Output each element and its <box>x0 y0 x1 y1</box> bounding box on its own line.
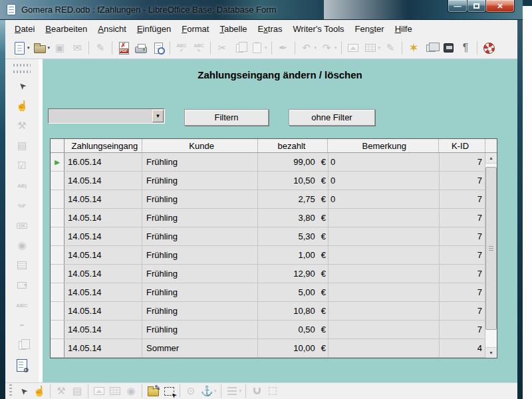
scrollbar-thumb[interactable] <box>485 167 497 330</box>
option-button-icon[interactable]: ◉ <box>14 237 30 253</box>
cell-kid[interactable]: 7 <box>440 302 486 320</box>
cell-kunde[interactable]: Frühling <box>142 302 258 320</box>
clone-formatting-icon[interactable]: ✒ <box>275 40 291 56</box>
menu-ansicht[interactable]: Ansicht <box>92 22 132 36</box>
titlebar[interactable]: Gomera RED.odb : fZahlungen - LibreOffic… <box>0 0 523 20</box>
cell-bemerkung[interactable] <box>329 302 440 320</box>
cell-kunde[interactable]: Frühling <box>142 246 258 264</box>
cell-zahlungseingang[interactable]: 14.05.14 <box>65 265 142 283</box>
control-focus-icon[interactable]: ⊙ <box>184 384 198 398</box>
cell-bezahlt[interactable]: 5,00€ <box>258 283 329 301</box>
image-icon[interactable] <box>345 40 361 56</box>
menu-writer-s-tools[interactable]: Writer's Tools <box>287 22 349 36</box>
row-selector[interactable] <box>51 209 65 227</box>
toolbar-grip[interactable] <box>13 70 31 73</box>
table-row[interactable]: 14.05.14Frühling3,80€7 <box>51 209 497 227</box>
row-selector[interactable] <box>51 227 65 245</box>
cell-bemerkung[interactable] <box>329 265 440 283</box>
cell-zahlungseingang[interactable]: 14.05.14 <box>65 227 142 245</box>
cell-bemerkung[interactable] <box>329 209 440 227</box>
redo-icon-dropdown[interactable]: ▾ <box>334 45 337 51</box>
cell-kunde[interactable]: Frühling <box>142 321 258 338</box>
draw-functions-icon[interactable]: ✎ <box>382 40 398 56</box>
design-mode-toggle-icon[interactable] <box>162 384 176 398</box>
display-grid-icon[interactable] <box>265 384 280 398</box>
activation-order-icon[interactable]: ◉ <box>124 384 138 398</box>
align-icon-dropdown[interactable]: ▾ <box>239 388 242 394</box>
undo-icon[interactable]: ↶ <box>299 40 315 56</box>
cell-bezahlt[interactable]: 10,00€ <box>258 339 329 357</box>
cell-kid[interactable]: 7 <box>440 246 486 264</box>
formatted-field-icon[interactable]: %F <box>14 198 30 213</box>
cell-bemerkung[interactable]: 0 <box>329 153 440 171</box>
table-row[interactable]: 14.05.14Frühling2,75€07 <box>51 190 497 209</box>
spelling-icon[interactable]: ABC✓ <box>174 40 190 56</box>
form-design-doc-icon[interactable] <box>14 337 30 353</box>
table-row[interactable]: 14.05.14Frühling10,50€07 <box>51 172 497 190</box>
row-selector[interactable] <box>51 339 65 357</box>
print-icon[interactable] <box>133 40 149 56</box>
table-row[interactable]: 14.05.14Frühling0,50€7 <box>51 321 497 339</box>
cell-kunde[interactable]: Frühling <box>142 265 258 283</box>
save-icon[interactable]: ▣ <box>52 40 68 56</box>
column-header-kunde[interactable]: Kunde <box>142 139 258 152</box>
filter-combobox[interactable]: ▼ <box>48 108 165 124</box>
table-row[interactable]: 14.05.14Sommer10,00€4 <box>51 339 497 358</box>
cell-zahlungseingang[interactable]: 14.05.14 <box>65 339 142 357</box>
row-selector[interactable] <box>51 265 65 283</box>
cut-icon[interactable]: ✂ <box>214 40 230 56</box>
snap-to-grid-icon[interactable] <box>249 384 264 398</box>
select-icon[interactable]: ➤ <box>14 78 30 94</box>
toolbar-grip[interactable] <box>13 64 31 66</box>
chevron-down-icon[interactable]: ▼ <box>152 110 164 122</box>
cell-kunde[interactable]: Frühling <box>142 153 258 171</box>
cell-zahlungseingang[interactable]: 14.05.14 <box>65 172 142 190</box>
cell-bezahlt[interactable]: 2,75€ <box>258 190 329 208</box>
menu-format[interactable]: Format <box>176 22 214 36</box>
table-row[interactable]: 14.05.14Frühling5,00€7 <box>51 283 497 302</box>
cell-kunde[interactable]: Sommer <box>142 339 258 357</box>
help-icon[interactable] <box>481 40 497 56</box>
cell-zahlungseingang[interactable]: 14.05.14 <box>65 190 142 208</box>
cell-bemerkung[interactable] <box>329 227 440 245</box>
edit-file-icon[interactable]: ✎ <box>92 40 108 56</box>
cell-kid[interactable]: 7 <box>440 283 486 301</box>
cell-kid[interactable]: 7 <box>440 265 486 283</box>
cell-kunde[interactable]: Frühling <box>142 283 258 301</box>
column-header-bemerkung[interactable]: Bemerkung <box>328 139 439 152</box>
new-document-icon-dropdown[interactable]: ▾ <box>27 45 30 51</box>
cell-kunde[interactable]: Frühling <box>142 190 258 208</box>
cell-bemerkung[interactable]: 0 <box>329 172 440 190</box>
row-selector[interactable]: ▶ <box>51 153 65 171</box>
new-document-icon[interactable] <box>11 40 27 56</box>
cell-bezahlt[interactable]: 5,30€ <box>258 227 329 245</box>
row-selector[interactable] <box>51 190 65 208</box>
add-field-icon[interactable] <box>108 384 122 398</box>
cell-zahlungseingang[interactable]: 14.05.14 <box>65 246 142 264</box>
table-row[interactable]: 14.05.14Frühling10,80€7 <box>51 302 497 321</box>
column-header-bezahlt[interactable]: bezahlt <box>258 139 329 152</box>
pushbutton-icon[interactable]: OK <box>14 217 30 233</box>
menu-einf-gen[interactable]: Einfügen <box>132 22 176 36</box>
cell-bezahlt[interactable]: 0,50€ <box>258 321 329 338</box>
table-row[interactable]: ▶16.05.14Frühling99,00€07 <box>51 153 497 172</box>
checkbox-icon[interactable]: ☑ <box>14 158 30 174</box>
row-selector[interactable] <box>51 172 65 190</box>
form-properties-icon[interactable]: ▤ <box>70 384 84 398</box>
cell-kid[interactable]: 4 <box>440 339 486 357</box>
email-icon[interactable]: ✉ <box>69 40 85 56</box>
scroll-up-icon[interactable]: ▲ <box>485 153 497 164</box>
cell-bezahlt[interactable]: 12,90€ <box>258 265 329 283</box>
open-in-design-mode-icon[interactable] <box>146 384 160 398</box>
menu-extras[interactable]: Extras <box>253 22 288 36</box>
combobox-icon[interactable] <box>14 277 30 293</box>
menu-fenster[interactable]: Fenster <box>350 22 390 36</box>
navigator-icon[interactable]: ✶ <box>406 40 422 56</box>
table-row[interactable]: 14.05.14Frühling1,00€7 <box>51 246 497 265</box>
row-selector[interactable] <box>51 302 65 320</box>
table-scrollbar[interactable]: ▲ ▼ <box>485 153 497 358</box>
cell-kid[interactable]: 7 <box>440 227 486 245</box>
copy-icon[interactable] <box>231 40 247 56</box>
open-icon[interactable] <box>32 40 48 56</box>
cell-kid[interactable]: 7 <box>440 321 486 338</box>
